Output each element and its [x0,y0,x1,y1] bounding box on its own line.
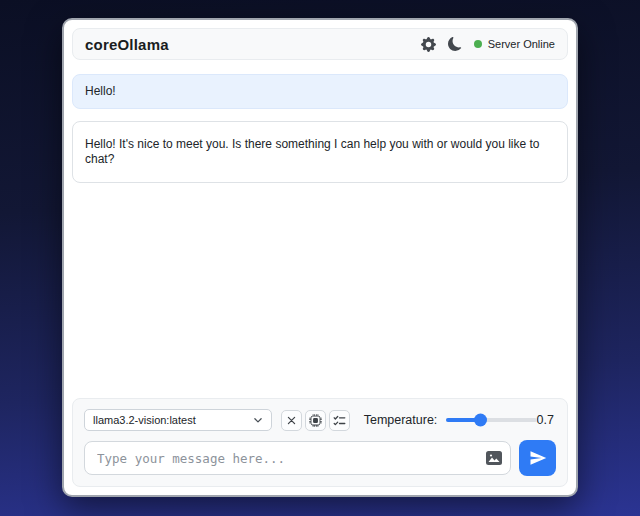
chevron-down-icon [253,415,263,425]
model-select-value: llama3.2-vision:latest [93,414,196,426]
composer-row [84,440,556,476]
temperature-label: Temperature: [364,413,438,427]
theme-toggle-button[interactable] [448,37,462,51]
message-input[interactable] [84,441,511,475]
app-header: coreOllama Server Online [72,28,568,60]
gear-icon [421,37,436,52]
task-options-button[interactable] [329,410,350,431]
status-label: Server Online [488,38,555,50]
controls-row: llama3.2-vision:latest [84,409,556,431]
temperature-slider[interactable] [446,409,536,431]
user-message-bubble: Hello! [72,74,568,109]
app-window: coreOllama Server Online Hello! Hello! I… [62,18,578,497]
message-input-wrap [84,441,511,475]
send-button[interactable] [519,440,556,476]
composer-panel: llama3.2-vision:latest [72,398,568,487]
x-icon [286,415,297,426]
temperature-value: 0.7 [537,413,556,427]
app-title: coreOllama [85,36,169,53]
settings-button[interactable] [421,37,436,52]
assistant-message-bubble: Hello! It's nice to meet you. Is there s… [72,121,568,183]
moon-icon [448,37,462,51]
status-online-dot [474,40,482,48]
clear-chat-button[interactable] [281,410,302,431]
attach-image-button[interactable] [486,451,502,465]
temperature-slider-thumb[interactable] [474,414,487,427]
chat-action-buttons [281,410,350,431]
chat-message-list: Hello! Hello! It's nice to meet you. Is … [72,60,568,398]
cpu-icon [309,414,322,427]
model-details-button[interactable] [305,410,326,431]
header-actions: Server Online [421,37,555,52]
server-status: Server Online [474,38,555,50]
checklist-icon [333,414,346,427]
image-icon [486,451,502,465]
model-select[interactable]: llama3.2-vision:latest [84,409,272,431]
send-icon [529,449,547,467]
